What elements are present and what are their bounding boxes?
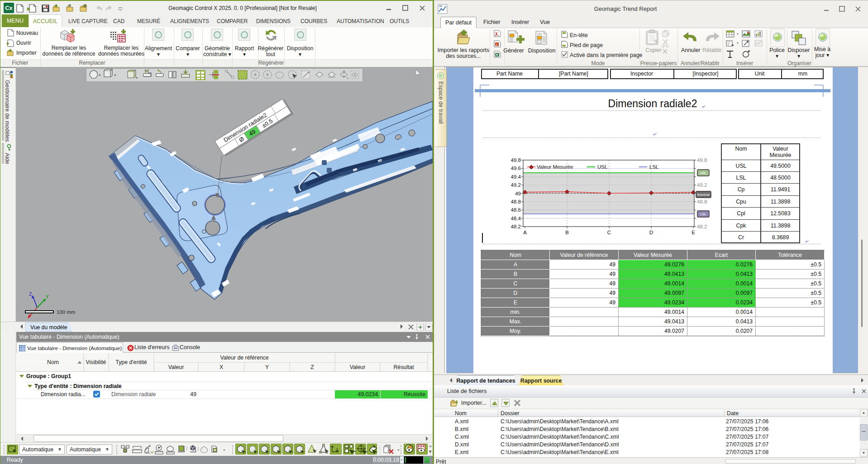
svg-text:49.4: 49.4 [511,174,521,180]
svg-text:49.2: 49.2 [697,182,707,188]
svg-text:49.8: 49.8 [511,157,521,163]
svg-text:48.4: 48.4 [511,216,521,221]
svg-text:Valeur: Valeur [350,364,366,370]
svg-text:p: p [496,43,498,47]
svg-text:Nom: Nom [47,359,59,365]
svg-text:Z: Z [29,291,32,297]
svg-text:Type d'entité: Type d'entité [115,359,147,365]
svg-text:Y: Y [46,294,49,299]
svg-text:D: D [649,230,653,235]
svg-text:48.2: 48.2 [697,224,707,229]
svg-text:49.6: 49.6 [511,166,521,171]
svg-text:E: E [692,230,695,235]
svg-text:Valeur: Valeur [168,364,184,370]
svg-text:C: C [607,230,611,235]
svg-text:Valeur de référence: Valeur de référence [220,355,268,361]
svg-text:USL: USL [700,171,707,175]
svg-text:100 mm: 100 mm [57,309,76,315]
svg-text:Y: Y [265,364,269,370]
svg-text:48.6: 48.6 [511,207,521,213]
svg-text:Résultat: Résultat [393,364,414,370]
svg-text:LSL: LSL [649,164,659,170]
svg-text:49.8: 49.8 [697,157,707,163]
svg-text:Nominal: Nominal [697,193,710,197]
svg-text:A: A [523,230,527,235]
svg-text:48.8: 48.8 [511,199,521,204]
svg-text:USL: USL [597,164,608,170]
svg-text:B: B [565,230,569,235]
svg-text:Z: Z [310,364,314,370]
svg-text:49: 49 [515,191,521,196]
svg-text:48.8: 48.8 [697,199,707,204]
svg-text:Visibilité: Visibilité [86,359,106,365]
svg-text:48.2: 48.2 [511,224,521,229]
svg-text:X: X [219,364,223,370]
svg-text:49.2: 49.2 [511,182,521,188]
svg-text:Valeur Mesurée: Valeur Mesurée [537,164,573,170]
svg-text:LSL: LSL [700,212,706,216]
